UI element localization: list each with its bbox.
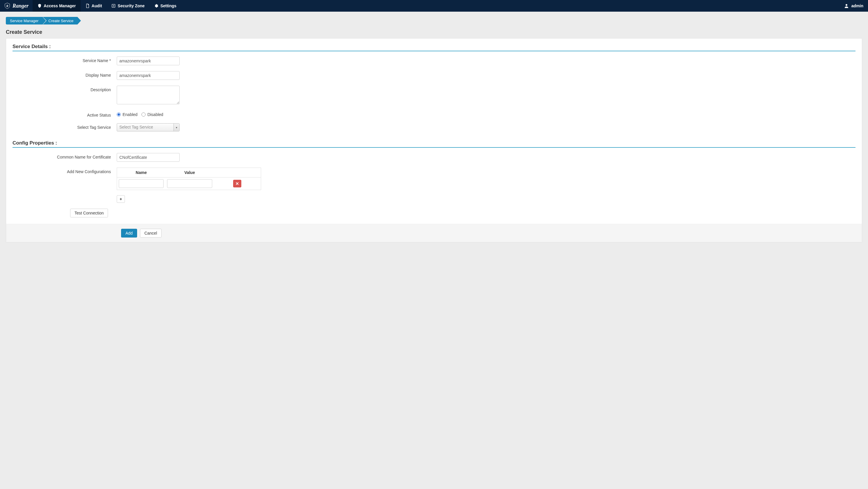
nav-audit[interactable]: Audit [81, 0, 107, 12]
nav-access-manager-label: Access Manager [44, 3, 76, 8]
top-navbar: R Ranger Access Manager Audit Security Z… [0, 0, 868, 12]
zone-icon [111, 3, 116, 8]
page-title: Create Service [0, 27, 868, 38]
breadcrumb: Service Manager Create Service [6, 17, 862, 25]
cancel-button[interactable]: Cancel [140, 229, 161, 237]
radio-disabled[interactable]: Disabled [142, 112, 163, 117]
svg-point-3 [845, 4, 847, 6]
gear-icon [154, 3, 159, 8]
add-button-label: Add [125, 231, 133, 235]
radio-icon [117, 113, 121, 117]
radio-icon [142, 113, 146, 117]
cancel-button-label: Cancel [144, 231, 157, 235]
section-config-properties: Config Properties : [12, 140, 856, 148]
nav-security-zone-label: Security Zone [118, 3, 145, 8]
label-description: Description [6, 86, 117, 92]
svg-rect-1 [112, 4, 115, 7]
select-tag-service-text: Select Tag Service [117, 123, 174, 131]
label-select-tag-service: Select Tag Service [6, 123, 117, 130]
section-service-details: Service Details : [12, 44, 856, 51]
config-col-value: Value [165, 168, 214, 177]
breadcrumb-label: Service Manager [10, 19, 38, 23]
input-service-name[interactable] [117, 57, 180, 65]
ranger-logo-icon: R [4, 3, 10, 9]
nav-audit-label: Audit [92, 3, 102, 8]
breadcrumb-item-create-service[interactable]: Create Service [42, 17, 78, 25]
select-tag-service[interactable]: Select Tag Service ▾ [117, 123, 180, 132]
create-service-card: Service Details : Service Name * Display… [6, 38, 862, 242]
input-common-name-cert[interactable] [117, 153, 180, 162]
plus-icon: + [120, 197, 122, 201]
nav-settings[interactable]: Settings [149, 0, 181, 12]
config-row [117, 177, 261, 190]
shield-icon [37, 3, 42, 8]
breadcrumb-item-service-manager[interactable]: Service Manager [6, 17, 42, 25]
user-icon [844, 3, 849, 8]
svg-text:R: R [6, 4, 8, 7]
radio-enabled[interactable]: Enabled [117, 112, 137, 117]
breadcrumb-region: Service Manager Create Service [0, 12, 868, 27]
label-service-name: Service Name * [6, 57, 117, 63]
label-add-new-configs: Add New Configurations [6, 168, 117, 174]
add-row-button[interactable]: + [117, 195, 125, 203]
add-button[interactable]: Add [121, 229, 137, 237]
radio-enabled-label: Enabled [123, 112, 137, 117]
nav-settings-label: Settings [160, 3, 176, 8]
config-table: Name Value [117, 168, 261, 190]
delete-row-button[interactable] [233, 180, 241, 188]
config-row-value-input[interactable] [167, 179, 212, 188]
nav-user-label: admin [851, 3, 863, 8]
label-common-name-cert: Common Name for Certificate [6, 153, 117, 160]
brand[interactable]: R Ranger [0, 0, 33, 12]
brand-text: Ranger [12, 3, 29, 9]
label-active-status: Active Status [6, 111, 117, 117]
config-col-actions [214, 168, 261, 177]
radio-group-active-status: Enabled Disabled [117, 111, 163, 117]
textarea-description[interactable] [117, 86, 180, 104]
form-actions: Add Cancel [6, 224, 862, 242]
breadcrumb-label: Create Service [48, 19, 73, 23]
config-row-name-input[interactable] [119, 179, 163, 188]
input-display-name[interactable] [117, 71, 180, 80]
nav-security-zone[interactable]: Security Zone [106, 0, 149, 12]
chevron-down-icon: ▾ [174, 123, 179, 131]
close-icon [236, 182, 239, 185]
test-connection-label: Test Connection [74, 211, 104, 215]
nav-access-manager[interactable]: Access Manager [33, 0, 81, 12]
label-display-name: Display Name [6, 71, 117, 78]
config-col-name: Name [117, 168, 166, 177]
nav-user[interactable]: admin [839, 3, 868, 8]
radio-disabled-label: Disabled [147, 112, 163, 117]
document-icon [85, 3, 90, 8]
test-connection-button[interactable]: Test Connection [70, 209, 108, 218]
